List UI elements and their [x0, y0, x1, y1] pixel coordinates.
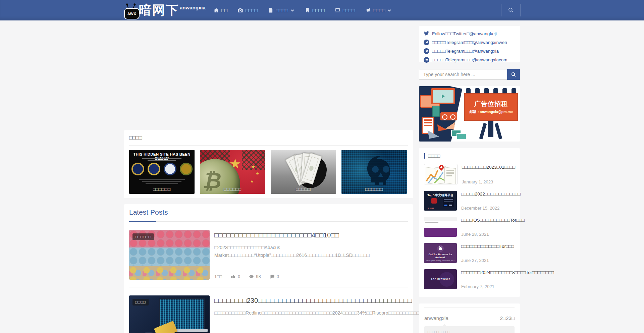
hot-post-title[interactable]: □□□□□□□□□□□□□□Tor□□□ [461, 243, 515, 250]
billboard-leg [495, 123, 502, 140]
hot-post-item[interactable]: □□□□□□□□□2023□01□□□□ January 1, 2023 [424, 164, 515, 184]
billboard-pole [488, 121, 493, 137]
telegram-icon [424, 40, 429, 45]
featured-item-hacker-skull[interactable]: □□□□□□ [341, 150, 407, 194]
hot-posts-widget: □□□□ □□□□□□□□□2023□01□□□□ January 1, 202… [419, 148, 520, 297]
latest-posts-section: Latest Posts □□□□□□ □□□□□□□□□□□□□□□□□□□□… [124, 204, 413, 333]
menu-item-tech[interactable]: □□□□ [335, 7, 355, 13]
hot-post-title[interactable]: □□□□IOS□□□□□□□□□□□Tor□□□ [461, 217, 525, 224]
hot-post-title[interactable]: □□□□□2022□□□□□□□□□□□□□ [461, 191, 521, 198]
social-link-text: □□□□□Telegram□□□@anwangxia [432, 49, 499, 54]
menu-item-contact[interactable]: □□□□ [365, 7, 391, 13]
hot-post-item[interactable]: □□□□IOS□□□□□□□□□□□Tor□□□ June 28, 2021 [424, 217, 515, 237]
social-link-text: Follow□□□Twitter□@anwangkeji [432, 31, 497, 36]
document-icon [268, 7, 273, 13]
telegram-icon [365, 7, 371, 13]
chevron-down-icon [387, 8, 391, 12]
calendar-header: anwangxia 2□23□ [424, 315, 515, 321]
chevron-down-icon [290, 8, 294, 12]
featured-item-dollars[interactable]: □□□□□ [271, 150, 336, 194]
hot-post-title[interactable]: □□□□□□□□□2023□01□□□□ [462, 164, 515, 171]
hot-posts-header: □□□□ [424, 153, 515, 159]
agency-seals [129, 163, 195, 175]
thumb-text: Top 5 中文暗网平台 [424, 193, 457, 198]
post-meta: 1□□ 0 98 0 [214, 274, 279, 279]
hot-thumbnail-android: Get Tor Browser for Android. urself agai… [424, 243, 457, 263]
likes-counter[interactable]: 0 [231, 274, 240, 279]
mascot-bug-icon: AWX [123, 4, 139, 17]
hot-post-date: February 7, 2021 [461, 284, 554, 289]
category-badge[interactable]: □□□□ [132, 299, 149, 306]
thumb-text: Get Tor Browser for Android. [424, 253, 457, 259]
hot-post-title[interactable]: □□□□□□□2024□□□□□□□□3□□□□Tor□□□□□□□□ [461, 269, 554, 276]
twitter-follow-link[interactable]: Follow□□□Twitter□@anwangkeji [419, 29, 520, 38]
hot-post-date: June 27, 2021 [461, 258, 515, 263]
navbar: AWX 暗网下 anwangxia □□ □□□□ □□□□ □□□□ [0, 0, 644, 20]
separator [520, 4, 521, 16]
hot-post-item[interactable]: Tor Browser □□□□□□□2024□□□□□□□□3□□□□Tor□… [424, 269, 515, 289]
featured-item-bitcoin-china[interactable]: ★ ★ ★ ★ □□□□□□ [200, 150, 265, 194]
thumb-text: Tor Browser [424, 277, 457, 281]
main-menu: □□ □□□□ □□□□ □□□□ □□□□ □□□□ [213, 0, 391, 20]
hot-post-item[interactable]: Top 5 中文暗网平台 ■ ■■ ■■ □□□□□2022□□□□□□□□□□… [424, 191, 515, 211]
post-thumbnail-pills[interactable]: □□□□□□ [129, 230, 210, 280]
eye-icon [249, 274, 254, 279]
post-item: □□□□□□ □□□□□□□□□□□□□□□□□□□□□□□□4□□10□□ □… [129, 222, 408, 287]
radio-graphic [440, 112, 457, 120]
featured-row: THIS HIDDEN SITE HAS BEEN SEIZED □□□□□□ … [129, 150, 408, 194]
site-logo[interactable]: AWX 暗网下 anwangxia [123, 1, 206, 19]
hot-post-item[interactable]: Get Tor Browser for Android. urself agai… [424, 243, 515, 263]
category-badge[interactable]: □□□□□□ [132, 233, 154, 240]
star-decor: ★ [256, 171, 259, 176]
post-thumbnail-cybercrime[interactable]: □□□□ [129, 295, 210, 333]
ad-banner[interactable]: 广告位招租 邮箱：anwangxia@pm.me [419, 86, 520, 142]
telegram-icon [424, 48, 429, 54]
telegram-link-channel[interactable]: □□□□□Telegram□□□@anwangxia [419, 47, 520, 55]
billboard-leg [479, 123, 487, 140]
decor-line [148, 160, 176, 161]
search-submit-button[interactable] [507, 69, 520, 80]
featured-caption: □□□□□□ [341, 187, 407, 192]
hot-thumbnail-tor-browser: Tor Browser [424, 269, 457, 289]
hot-thumbnail-ios [424, 217, 457, 237]
featured-section: □□□□ THIS HIDDEN SITE HAS BEEN SEIZED □□… [124, 130, 413, 198]
hot-thumbnail-top5: Top 5 中文暗网平台 ■ ■■ ■■ [424, 191, 457, 211]
featured-item-seized-site[interactable]: THIS HIDDEN SITE HAS BEEN SEIZED □□□□□□ [129, 150, 195, 194]
menu-item-articles[interactable]: □□□□ [268, 7, 294, 13]
hot-post-date: January 1, 2023 [462, 179, 515, 184]
menu-label: □□□□ [373, 7, 385, 13]
menu-label: □□□□ [343, 7, 355, 13]
post-time: 1□□ [214, 274, 222, 279]
calendar-widget: anwangxia 2□23□ □□□□□□□□□□ [419, 303, 520, 333]
navbar-search-button[interactable] [501, 3, 520, 17]
menu-item-home[interactable]: □□ [213, 7, 227, 13]
menu-item-news[interactable]: □□□□ [237, 7, 258, 13]
brand-name-en: anwangxia [180, 5, 206, 10]
decor-line [142, 181, 181, 182]
bookmark-icon [305, 7, 310, 13]
ad-title: 广告位招租 [474, 100, 508, 108]
post-item: □□□□ □□□□□□□□230□□□□□□□□□□□□□□□□□□□□□□□□… [129, 287, 408, 333]
search-input[interactable] [419, 69, 507, 80]
thumb-subtext: urself against tracking, surveillance, a… [424, 260, 457, 262]
calendar-note: □□□□□□□□□□ [424, 326, 515, 333]
post-excerpt: □2023□□□□□□□□□□□□□Abacus Market□□□□□□□□□… [214, 244, 408, 259]
hot-post-date: June 28, 2021 [461, 232, 525, 237]
star-decor: ★ [250, 179, 254, 184]
sidebar-search [419, 69, 520, 80]
hot-posts-title: □□□□ [428, 153, 440, 159]
hot-thumbnail-map [424, 164, 458, 184]
laptop-icon [335, 7, 340, 13]
menu-label: □□□□ [246, 7, 258, 13]
ad-illustration: 广告位招租 邮箱：anwangxia@pm.me [419, 86, 520, 142]
page: AWX 暗网下 anwangxia □□ □□□□ □□□□ □□□□ [0, 0, 644, 333]
seizure-banner-text: THIS HIDDEN SITE HAS BEEN SEIZED [129, 152, 195, 160]
menu-item-bookmarks[interactable]: □□□□ [305, 7, 325, 13]
accent-bar [424, 153, 425, 159]
tv-graphic [431, 88, 455, 104]
telegram-link-group[interactable]: □□□□□Telegram□□□@anwangxiacom [419, 55, 520, 64]
menu-label: □□□□ [276, 7, 288, 13]
comments-counter[interactable]: 0 [270, 274, 279, 279]
post-title[interactable]: □□□□□□□□□□□□□□□□□□□□□□□□4□□10□□ [214, 231, 408, 240]
telegram-link-news[interactable]: □□□□□Telegram□□□@anwangxinwen [419, 38, 520, 47]
